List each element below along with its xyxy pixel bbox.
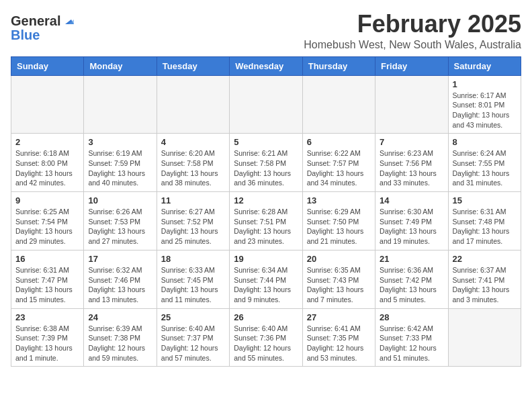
day-number: 20 bbox=[307, 254, 371, 264]
calendar-day-cell bbox=[84, 75, 157, 134]
day-number: 2 bbox=[15, 137, 79, 147]
calendar-week-row: 16Sunrise: 6:31 AM Sunset: 7:47 PM Dayli… bbox=[11, 250, 521, 308]
calendar-day-header: Thursday bbox=[302, 56, 375, 75]
day-info: Sunrise: 6:29 AM Sunset: 7:50 PM Dayligh… bbox=[307, 207, 371, 246]
calendar-day-header: Sunday bbox=[11, 56, 84, 75]
day-number: 12 bbox=[234, 195, 298, 205]
calendar-day-cell: 2Sunrise: 6:18 AM Sunset: 8:00 PM Daylig… bbox=[11, 134, 84, 192]
logo: General Blue bbox=[11, 13, 74, 43]
calendar-day-cell bbox=[302, 75, 375, 134]
day-info: Sunrise: 6:20 AM Sunset: 7:58 PM Dayligh… bbox=[161, 148, 225, 188]
calendar-day-cell: 20Sunrise: 6:35 AM Sunset: 7:43 PM Dayli… bbox=[302, 250, 375, 308]
day-info: Sunrise: 6:34 AM Sunset: 7:44 PM Dayligh… bbox=[234, 265, 298, 305]
day-info: Sunrise: 6:39 AM Sunset: 7:38 PM Dayligh… bbox=[88, 324, 152, 363]
month-title: February 2025 bbox=[304, 11, 521, 38]
calendar-header-row: SundayMondayTuesdayWednesdayThursdayFrid… bbox=[11, 56, 521, 75]
day-info: Sunrise: 6:17 AM Sunset: 8:01 PM Dayligh… bbox=[453, 91, 517, 130]
day-number: 15 bbox=[453, 195, 517, 205]
calendar-day-cell: 14Sunrise: 6:30 AM Sunset: 7:49 PM Dayli… bbox=[375, 192, 448, 250]
day-info: Sunrise: 6:30 AM Sunset: 7:49 PM Dayligh… bbox=[380, 207, 443, 246]
day-info: Sunrise: 6:25 AM Sunset: 7:54 PM Dayligh… bbox=[15, 207, 79, 246]
day-info: Sunrise: 6:21 AM Sunset: 7:58 PM Dayligh… bbox=[234, 148, 298, 188]
day-number: 4 bbox=[161, 137, 225, 147]
calendar-day-cell: 6Sunrise: 6:22 AM Sunset: 7:57 PM Daylig… bbox=[302, 134, 375, 192]
day-number: 25 bbox=[161, 312, 225, 322]
calendar-day-cell bbox=[448, 308, 521, 367]
calendar-day-cell: 23Sunrise: 6:38 AM Sunset: 7:39 PM Dayli… bbox=[11, 308, 84, 367]
calendar-week-row: 23Sunrise: 6:38 AM Sunset: 7:39 PM Dayli… bbox=[11, 308, 521, 367]
logo-general-text: General bbox=[11, 13, 60, 29]
calendar-day-cell: 22Sunrise: 6:37 AM Sunset: 7:41 PM Dayli… bbox=[448, 250, 521, 308]
day-info: Sunrise: 6:32 AM Sunset: 7:46 PM Dayligh… bbox=[88, 265, 152, 305]
day-number: 23 bbox=[15, 312, 79, 322]
day-info: Sunrise: 6:42 AM Sunset: 7:33 PM Dayligh… bbox=[380, 324, 443, 363]
calendar-day-header: Monday bbox=[84, 56, 157, 75]
day-number: 28 bbox=[380, 312, 443, 322]
location-text: Homebush West, New South Wales, Australi… bbox=[304, 39, 521, 51]
day-info: Sunrise: 6:41 AM Sunset: 7:35 PM Dayligh… bbox=[307, 324, 371, 363]
day-number: 18 bbox=[161, 254, 225, 264]
day-number: 7 bbox=[380, 137, 443, 147]
day-info: Sunrise: 6:36 AM Sunset: 7:42 PM Dayligh… bbox=[380, 265, 443, 305]
day-info: Sunrise: 6:31 AM Sunset: 7:48 PM Dayligh… bbox=[453, 207, 517, 246]
day-number: 24 bbox=[88, 312, 152, 322]
calendar-day-cell: 21Sunrise: 6:36 AM Sunset: 7:42 PM Dayli… bbox=[375, 250, 448, 308]
day-number: 3 bbox=[88, 137, 152, 147]
calendar-day-cell: 1Sunrise: 6:17 AM Sunset: 8:01 PM Daylig… bbox=[448, 75, 521, 134]
day-info: Sunrise: 6:28 AM Sunset: 7:51 PM Dayligh… bbox=[234, 207, 298, 246]
page-header: General Blue February 2025 Homebush West… bbox=[11, 11, 521, 51]
calendar-table: SundayMondayTuesdayWednesdayThursdayFrid… bbox=[11, 56, 521, 367]
calendar-day-cell: 7Sunrise: 6:23 AM Sunset: 7:56 PM Daylig… bbox=[375, 134, 448, 192]
calendar-day-cell: 11Sunrise: 6:27 AM Sunset: 7:52 PM Dayli… bbox=[157, 192, 229, 250]
calendar-body: 1Sunrise: 6:17 AM Sunset: 8:01 PM Daylig… bbox=[11, 75, 521, 367]
day-number: 10 bbox=[88, 195, 152, 205]
day-info: Sunrise: 6:18 AM Sunset: 8:00 PM Dayligh… bbox=[15, 148, 79, 188]
calendar-day-header: Friday bbox=[375, 56, 448, 75]
day-info: Sunrise: 6:40 AM Sunset: 7:37 PM Dayligh… bbox=[161, 324, 225, 363]
day-info: Sunrise: 6:26 AM Sunset: 7:53 PM Dayligh… bbox=[88, 207, 152, 246]
day-info: Sunrise: 6:38 AM Sunset: 7:39 PM Dayligh… bbox=[15, 324, 79, 363]
calendar-week-row: 9Sunrise: 6:25 AM Sunset: 7:54 PM Daylig… bbox=[11, 192, 521, 250]
day-info: Sunrise: 6:23 AM Sunset: 7:56 PM Dayligh… bbox=[380, 148, 443, 188]
calendar-day-cell: 3Sunrise: 6:19 AM Sunset: 7:59 PM Daylig… bbox=[84, 134, 157, 192]
calendar-day-header: Saturday bbox=[448, 56, 521, 75]
day-number: 1 bbox=[453, 79, 517, 89]
day-number: 9 bbox=[15, 195, 79, 205]
logo-icon bbox=[62, 15, 74, 27]
day-info: Sunrise: 6:35 AM Sunset: 7:43 PM Dayligh… bbox=[307, 265, 371, 305]
calendar-day-cell bbox=[375, 75, 448, 134]
day-number: 5 bbox=[234, 137, 298, 147]
calendar-day-cell: 19Sunrise: 6:34 AM Sunset: 7:44 PM Dayli… bbox=[230, 250, 302, 308]
calendar-header: SundayMondayTuesdayWednesdayThursdayFrid… bbox=[11, 56, 521, 75]
calendar-day-cell: 8Sunrise: 6:24 AM Sunset: 7:55 PM Daylig… bbox=[448, 134, 521, 192]
day-info: Sunrise: 6:19 AM Sunset: 7:59 PM Dayligh… bbox=[88, 148, 152, 188]
calendar-day-cell bbox=[11, 75, 84, 134]
calendar-week-row: 1Sunrise: 6:17 AM Sunset: 8:01 PM Daylig… bbox=[11, 75, 521, 134]
day-number: 26 bbox=[234, 312, 298, 322]
calendar-day-cell: 10Sunrise: 6:26 AM Sunset: 7:53 PM Dayli… bbox=[84, 192, 157, 250]
calendar-day-cell: 28Sunrise: 6:42 AM Sunset: 7:33 PM Dayli… bbox=[375, 308, 448, 367]
calendar-day-cell: 9Sunrise: 6:25 AM Sunset: 7:54 PM Daylig… bbox=[11, 192, 84, 250]
day-info: Sunrise: 6:33 AM Sunset: 7:45 PM Dayligh… bbox=[161, 265, 225, 305]
calendar-day-header: Wednesday bbox=[230, 56, 302, 75]
day-number: 16 bbox=[15, 254, 79, 264]
calendar-day-cell: 12Sunrise: 6:28 AM Sunset: 7:51 PM Dayli… bbox=[230, 192, 302, 250]
calendar-day-cell bbox=[157, 75, 229, 134]
calendar-day-cell: 26Sunrise: 6:40 AM Sunset: 7:36 PM Dayli… bbox=[230, 308, 302, 367]
day-info: Sunrise: 6:31 AM Sunset: 7:47 PM Dayligh… bbox=[15, 265, 79, 305]
day-info: Sunrise: 6:40 AM Sunset: 7:36 PM Dayligh… bbox=[234, 324, 298, 363]
day-info: Sunrise: 6:37 AM Sunset: 7:41 PM Dayligh… bbox=[453, 265, 517, 305]
calendar-day-cell: 18Sunrise: 6:33 AM Sunset: 7:45 PM Dayli… bbox=[157, 250, 229, 308]
calendar-day-cell: 15Sunrise: 6:31 AM Sunset: 7:48 PM Dayli… bbox=[448, 192, 521, 250]
calendar-day-cell: 27Sunrise: 6:41 AM Sunset: 7:35 PM Dayli… bbox=[302, 308, 375, 367]
calendar-day-cell bbox=[230, 75, 302, 134]
calendar-day-cell: 24Sunrise: 6:39 AM Sunset: 7:38 PM Dayli… bbox=[84, 308, 157, 367]
day-number: 8 bbox=[453, 137, 517, 147]
title-block: February 2025 Homebush West, New South W… bbox=[304, 11, 521, 51]
calendar-day-cell: 16Sunrise: 6:31 AM Sunset: 7:47 PM Dayli… bbox=[11, 250, 84, 308]
day-info: Sunrise: 6:24 AM Sunset: 7:55 PM Dayligh… bbox=[453, 148, 517, 188]
calendar-day-cell: 13Sunrise: 6:29 AM Sunset: 7:50 PM Dayli… bbox=[302, 192, 375, 250]
calendar-day-cell: 4Sunrise: 6:20 AM Sunset: 7:58 PM Daylig… bbox=[157, 134, 229, 192]
day-info: Sunrise: 6:27 AM Sunset: 7:52 PM Dayligh… bbox=[161, 207, 225, 246]
calendar-day-cell: 5Sunrise: 6:21 AM Sunset: 7:58 PM Daylig… bbox=[230, 134, 302, 192]
